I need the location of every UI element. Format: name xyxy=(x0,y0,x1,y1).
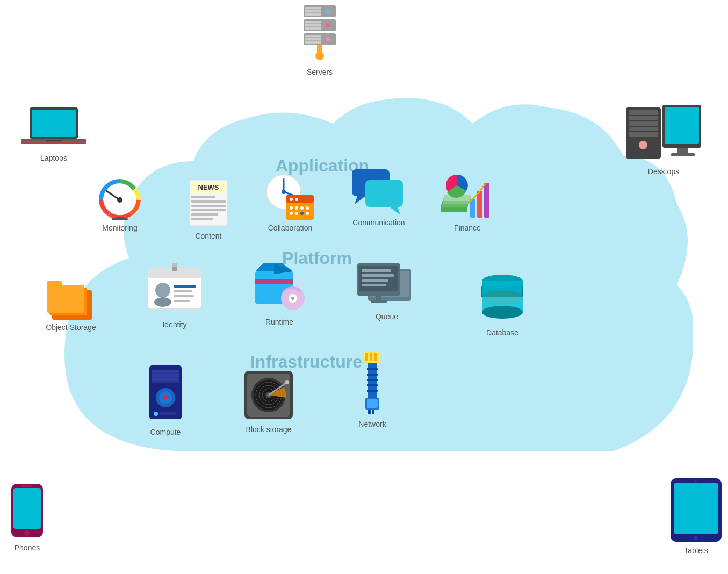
svg-rect-86 xyxy=(174,295,194,297)
desktops-item: Desktops xyxy=(626,105,701,176)
object-storage-label: Object Storage xyxy=(46,323,96,332)
svg-rect-118 xyxy=(152,378,179,381)
svg-rect-43 xyxy=(191,200,226,203)
svg-point-83 xyxy=(154,297,171,307)
queue-item: Queue xyxy=(357,261,416,321)
svg-point-59 xyxy=(295,212,298,215)
svg-rect-102 xyxy=(362,284,386,286)
svg-rect-42 xyxy=(191,196,215,198)
svg-rect-152 xyxy=(21,485,33,487)
svg-rect-116 xyxy=(152,370,179,372)
monitoring-label: Monitoring xyxy=(102,224,137,232)
svg-point-58 xyxy=(290,212,293,215)
network-label: Network xyxy=(358,420,386,428)
svg-rect-140 xyxy=(367,368,378,370)
finance-label: Finance xyxy=(454,224,481,232)
database-icon xyxy=(478,271,527,325)
svg-rect-150 xyxy=(13,488,41,529)
svg-point-134 xyxy=(285,380,289,384)
svg-rect-138 xyxy=(374,353,377,361)
svg-point-121 xyxy=(163,395,168,400)
servers-item: Servers xyxy=(298,5,341,76)
network-icon xyxy=(354,352,391,417)
svg-rect-19 xyxy=(32,110,76,137)
svg-rect-78 xyxy=(47,285,84,313)
compute-icon xyxy=(144,365,187,425)
tablets-label: Tablets xyxy=(684,546,708,555)
svg-rect-99 xyxy=(362,269,391,272)
object-storage-item: Object Storage xyxy=(44,274,98,332)
svg-rect-104 xyxy=(371,300,387,303)
svg-point-94 xyxy=(291,297,294,300)
communication-icon xyxy=(352,169,406,215)
svg-rect-137 xyxy=(370,353,372,361)
svg-rect-74 xyxy=(484,183,489,218)
svg-rect-66 xyxy=(365,180,403,207)
network-item: Network xyxy=(354,352,391,428)
communication-item: Communication xyxy=(352,169,406,227)
queue-label: Queue xyxy=(376,312,398,321)
svg-rect-84 xyxy=(174,285,196,288)
collaboration-item: Collaboration xyxy=(263,169,317,232)
svg-point-151 xyxy=(24,530,30,536)
svg-point-56 xyxy=(300,206,304,210)
svg-rect-146 xyxy=(367,399,378,408)
tablets-item: Tablets xyxy=(671,478,722,555)
laptops-label: Laptops xyxy=(40,154,67,162)
svg-rect-136 xyxy=(365,353,368,361)
svg-rect-47 xyxy=(191,218,213,220)
svg-marker-65 xyxy=(355,196,365,204)
database-item: Database xyxy=(478,271,527,337)
servers-label: Servers xyxy=(307,68,333,76)
content-item: NEWS Content xyxy=(187,177,230,240)
servers-icon xyxy=(298,5,341,64)
svg-point-5 xyxy=(326,9,330,13)
phones-item: Phones xyxy=(10,484,45,552)
finance-icon xyxy=(441,172,494,220)
svg-rect-144 xyxy=(367,390,378,392)
svg-point-10 xyxy=(326,23,330,27)
compute-item: Compute xyxy=(144,365,187,436)
svg-point-155 xyxy=(694,536,698,540)
svg-marker-67 xyxy=(390,207,400,215)
monitoring-item: Monitoring xyxy=(96,177,144,232)
svg-rect-91 xyxy=(255,279,293,284)
block-storage-icon xyxy=(242,368,295,422)
laptops-item: Laptops xyxy=(21,107,86,162)
svg-point-82 xyxy=(155,283,170,298)
svg-rect-148 xyxy=(372,410,374,414)
collaboration-label: Collaboration xyxy=(268,224,313,232)
svg-point-57 xyxy=(306,206,309,210)
identity-item: Identity xyxy=(148,263,201,329)
svg-point-110 xyxy=(482,275,523,288)
svg-rect-45 xyxy=(191,209,226,211)
finance-item: Finance xyxy=(441,172,494,232)
svg-rect-142 xyxy=(367,379,378,381)
svg-rect-7 xyxy=(305,21,321,30)
svg-point-15 xyxy=(326,37,330,41)
block-storage-label: Block storage xyxy=(246,425,292,434)
collaboration-icon xyxy=(263,169,317,220)
svg-rect-12 xyxy=(305,35,321,44)
runtime-item: Runtime xyxy=(253,261,306,326)
svg-rect-101 xyxy=(362,279,388,282)
svg-rect-22 xyxy=(21,141,86,143)
svg-point-63 xyxy=(295,198,298,201)
svg-rect-38 xyxy=(112,218,128,220)
tablets-icon xyxy=(671,478,722,543)
compute-label: Compute xyxy=(150,428,181,436)
phones-label: Phones xyxy=(15,543,40,552)
svg-text:NEWS: NEWS xyxy=(198,183,219,191)
svg-point-109 xyxy=(482,306,523,319)
block-storage-item: Block storage xyxy=(242,368,295,434)
svg-point-55 xyxy=(295,206,298,210)
svg-rect-85 xyxy=(174,290,192,292)
svg-rect-79 xyxy=(47,281,62,287)
svg-point-61 xyxy=(306,212,309,215)
desktops-icon xyxy=(626,105,701,164)
svg-point-29 xyxy=(639,141,647,149)
runtime-label: Runtime xyxy=(265,318,293,326)
svg-point-156 xyxy=(695,479,697,482)
communication-label: Communication xyxy=(352,218,405,227)
svg-rect-24 xyxy=(629,110,658,137)
